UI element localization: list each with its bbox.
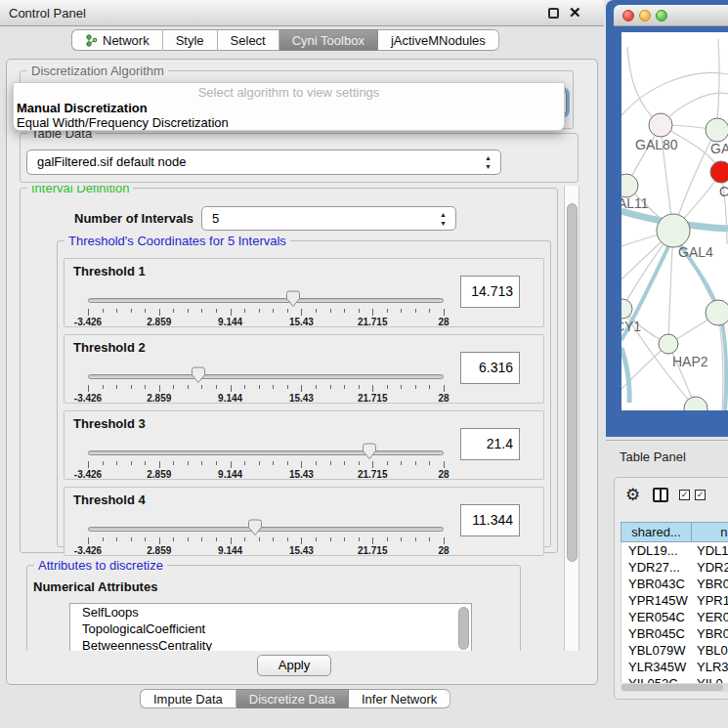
slider-ticks	[88, 461, 444, 469]
table-cell[interactable]: YPR1	[693, 592, 728, 609]
table-data-combobox[interactable]: galFiltered.sif default node ▲▼	[26, 150, 501, 175]
table-row[interactable]: YPR145WYPR1	[621, 592, 728, 609]
threshold-panel: Threshold 1-3.4262.8599.14415.4321.71528…	[64, 258, 544, 327]
network-node[interactable]	[659, 334, 678, 354]
network-canvas[interactable]: GAL80GACGAL11GAL4GCY1HHAP2	[621, 32, 728, 410]
threshold-value-field[interactable]: 14.713	[460, 276, 520, 308]
network-node[interactable]	[657, 214, 690, 247]
table-cell[interactable]: YDL19...	[621, 542, 693, 559]
table-cell[interactable]: YIL0	[693, 675, 728, 683]
numerical-attributes-list[interactable]: SelfLoopsTopologicalCoefficientBetweenne…	[69, 603, 472, 651]
panel-scrollbar-thumb[interactable]	[567, 203, 578, 562]
bottom-tab-infer-network[interactable]: Infer Network	[349, 689, 450, 708]
table-row[interactable]: YBR043CYBR0	[621, 576, 728, 592]
bottom-tab-discretize-data[interactable]: Discretize Data	[236, 689, 349, 708]
table-row[interactable]: YER054CYER0	[621, 609, 728, 625]
table-cell[interactable]: YDR27...	[621, 559, 693, 576]
table-cell[interactable]: YIL052C	[621, 675, 693, 683]
threshold-value-field[interactable]: 6.316	[460, 352, 520, 384]
select-all-checkbox-icon[interactable]: ✓	[679, 490, 690, 500]
close-icon[interactable]: ✕	[569, 4, 581, 21]
threshold-value-field[interactable]: 21.4	[460, 428, 520, 460]
table-row[interactable]: YBL079WYBL0	[621, 642, 728, 659]
threshold-slider[interactable]: -3.4262.8599.14415.4321.71528	[88, 521, 444, 554]
slider-thumb[interactable]	[285, 290, 301, 308]
table-cell[interactable]: YDL1	[693, 542, 728, 559]
network-node[interactable]	[706, 118, 728, 142]
tab-jactivemnodules[interactable]: jActiveMNodules	[378, 29, 499, 51]
slider-tick-labels: -3.4262.8599.14415.4321.71528	[88, 545, 444, 556]
table-cell[interactable]: YBL0	[693, 642, 728, 659]
number-of-intervals-combobox[interactable]: 5 ▲▼	[201, 206, 456, 231]
minimize-traffic-light-icon[interactable]	[639, 10, 651, 21]
slider-track[interactable]	[88, 527, 444, 532]
app-root: Control Panel ✕ NetworkStyleSelectCyni T…	[0, 0, 728, 728]
threshold-value-field[interactable]: 11.344	[460, 504, 520, 536]
attribute-list-item[interactable]: BetweennessCentrality	[70, 637, 471, 651]
gear-icon[interactable]: ⚙	[625, 485, 640, 505]
algorithm-hint: Select algorithm to view settings	[14, 84, 564, 101]
table-cell[interactable]: YER0	[693, 609, 728, 625]
column-header-name[interactable]: na	[692, 522, 728, 542]
columns-icon[interactable]	[653, 488, 668, 502]
apply-button[interactable]: Apply	[257, 655, 331, 676]
table-cell[interactable]: YER054C	[621, 609, 693, 625]
control-panel-titlebar: Control Panel ✕	[0, 0, 604, 26]
tab-style[interactable]: Style	[163, 29, 218, 51]
close-traffic-light-icon[interactable]	[622, 10, 634, 21]
threshold-slider[interactable]: -3.4262.8599.14415.4321.71528	[88, 292, 444, 325]
network-node[interactable]	[710, 161, 728, 183]
zoom-traffic-light-icon[interactable]	[656, 10, 667, 21]
table-header-row: shared... na	[621, 522, 728, 542]
network-node[interactable]	[621, 174, 638, 197]
table-hscrollbar[interactable]	[621, 683, 728, 692]
table-cell[interactable]: YLR3	[693, 659, 728, 675]
network-highlighted-edge	[621, 348, 629, 403]
table-cell[interactable]: YBR0	[693, 625, 728, 642]
table-row[interactable]: YDL19...YDL1	[621, 542, 728, 559]
slider-track[interactable]	[88, 374, 444, 379]
table-row[interactable]: YLR345WYLR3	[621, 659, 728, 675]
column-header-shared-name[interactable]: shared...	[621, 522, 692, 542]
slider-thumb[interactable]	[191, 366, 206, 384]
network-node[interactable]	[706, 300, 728, 325]
algorithm-option[interactable]: Manual Discretization	[14, 101, 564, 115]
slider-thumb[interactable]	[362, 443, 377, 460]
combobox-spinner-icon[interactable]: ▲▼	[440, 210, 447, 228]
slider-thumb[interactable]	[247, 519, 263, 536]
combobox-spinner-icon[interactable]: ▲▼	[485, 153, 492, 171]
network-node[interactable]	[649, 113, 672, 137]
attributes-group: Attributes to discretize Numerical Attri…	[26, 565, 521, 651]
algorithm-dropdown-popup: Select algorithm to view settings Manual…	[13, 82, 565, 131]
list-scrollbar[interactable]	[458, 607, 469, 650]
attribute-list-item[interactable]: TopologicalCoefficient	[70, 621, 471, 637]
node-table: shared... na YDL19...YDL1YDR27...YDR2YBR…	[621, 522, 728, 683]
table-cell[interactable]: YLR345W	[621, 659, 693, 675]
table-cell[interactable]: YPR145W	[621, 592, 693, 609]
table-cell[interactable]: YDR2	[693, 559, 728, 576]
table-row[interactable]: YIL052CYIL0	[621, 675, 728, 683]
algorithm-option[interactable]: Equal Width/Frequency Discretization	[14, 115, 564, 130]
network-window-titlebar	[614, 5, 728, 26]
slider-track[interactable]	[88, 450, 444, 455]
table-row[interactable]: YBR045CYBR0	[621, 625, 728, 642]
bottom-tab-impute-data[interactable]: Impute Data	[140, 689, 236, 708]
panel-scrollbar[interactable]	[564, 186, 579, 651]
tab-network[interactable]: Network	[71, 29, 163, 51]
select-none-checkbox-icon[interactable]: ✓	[695, 490, 706, 500]
tab-select[interactable]: Select	[218, 29, 279, 51]
attribute-list-item[interactable]: SelfLoops	[70, 604, 471, 621]
table-cell[interactable]: YBR045C	[621, 625, 693, 642]
table-row[interactable]: YDR27...YDR2	[621, 559, 728, 576]
threshold-slider[interactable]: -3.4262.8599.14415.4321.71528	[88, 445, 444, 478]
table-cell[interactable]: YBL079W	[621, 642, 693, 659]
table-hscrollbar-thumb[interactable]	[621, 684, 723, 691]
tab-cyni-toolbox[interactable]: Cyni Toolbox	[279, 29, 378, 51]
network-node[interactable]	[621, 299, 632, 319]
slider-track[interactable]	[88, 298, 444, 303]
threshold-slider[interactable]: -3.4262.8599.14415.4321.71528	[88, 368, 444, 402]
network-node-label: GAL11	[621, 195, 649, 211]
table-cell[interactable]: YBR043C	[621, 576, 693, 592]
table-cell[interactable]: YBR0	[693, 576, 728, 592]
float-window-icon[interactable]	[548, 8, 559, 19]
